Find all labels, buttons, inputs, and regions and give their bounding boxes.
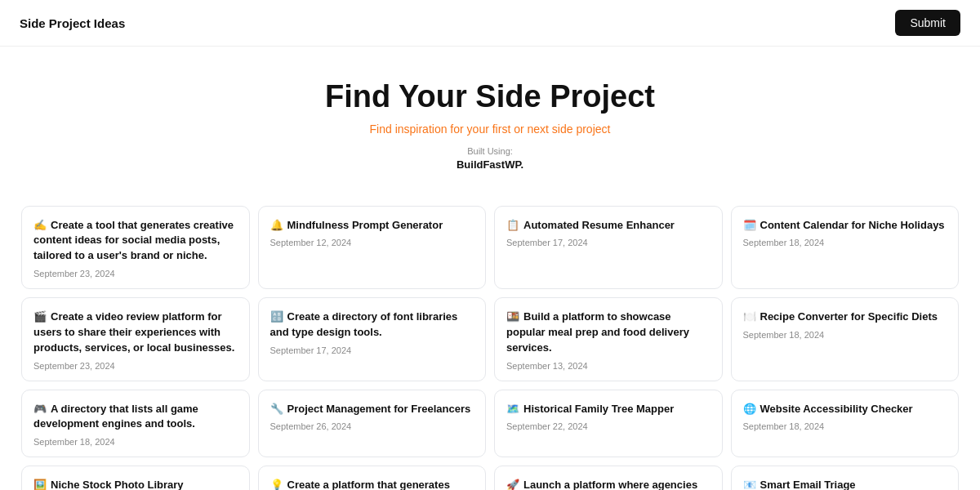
card-emoji: 🌐 xyxy=(743,403,756,415)
card-item[interactable]: 💡Create a platform that generates unique… xyxy=(258,466,487,490)
subtitle-highlight: for xyxy=(450,122,463,136)
card-item[interactable]: 🍱Build a platform to showcase popular me… xyxy=(494,297,723,381)
card-item[interactable]: 🗓️Content Calendar for Niche HolidaysSep… xyxy=(731,206,960,290)
card-title: 🍽️Recipe Converter for Specific Diets xyxy=(743,310,947,325)
submit-button[interactable]: Submit xyxy=(895,10,960,36)
card-title: 📧Smart Email Triage xyxy=(743,478,947,490)
card-item[interactable]: ✍️Create a tool that generates creative … xyxy=(21,206,250,290)
card-item[interactable]: 🎬Create a video review platform for user… xyxy=(21,297,250,381)
card-title: 🔧Project Management for Freelancers xyxy=(270,402,474,417)
card-date: September 22, 2024 xyxy=(506,421,710,431)
card-item[interactable]: 🎮A directory that lists all game develop… xyxy=(21,390,250,458)
card-emoji: 🍱 xyxy=(506,310,519,323)
card-title: 💡Create a platform that generates unique… xyxy=(270,478,474,490)
card-emoji: 🗺️ xyxy=(506,403,519,415)
card-emoji: ✍️ xyxy=(33,219,47,231)
card-title: ✍️Create a tool that generates creative … xyxy=(33,218,238,265)
card-item[interactable]: 🔧Project Management for FreelancersSepte… xyxy=(258,390,487,458)
hero-heading: Find Your Side Project xyxy=(16,79,964,114)
card-emoji: 🔧 xyxy=(270,403,283,415)
card-date: September 23, 2024 xyxy=(33,269,238,278)
card-date: September 18, 2024 xyxy=(743,421,947,431)
built-brand: BuildFastWP. xyxy=(457,158,523,171)
card-title: 🔠Create a directory of font libraries an… xyxy=(270,310,474,341)
cards-grid: ✍️Create a tool that generates creative … xyxy=(8,193,972,490)
card-emoji: 🍽️ xyxy=(743,310,756,323)
card-title: 🎮A directory that lists all game develop… xyxy=(33,402,238,433)
subtitle-after: your first or next side project xyxy=(464,122,611,136)
card-date: September 13, 2024 xyxy=(506,361,710,371)
card-date: September 18, 2024 xyxy=(743,330,947,340)
card-item[interactable]: 🍽️Recipe Converter for Specific DietsSep… xyxy=(731,297,960,381)
card-item[interactable]: 📋Automated Resume EnhancerSeptember 17, … xyxy=(494,206,723,290)
card-date: September 26, 2024 xyxy=(270,421,474,431)
card-title: 🖼️Niche Stock Photo Library xyxy=(33,478,238,490)
card-emoji: 🎬 xyxy=(33,310,47,323)
built-using: Built Using: BuildFastWP. xyxy=(16,145,964,173)
card-date: September 12, 2024 xyxy=(270,238,474,247)
card-item[interactable]: 🔠Create a directory of font libraries an… xyxy=(258,297,487,381)
card-date: September 17, 2024 xyxy=(270,345,474,355)
card-date: September 18, 2024 xyxy=(33,437,238,447)
card-item[interactable]: 🚀Launch a platform where agencies can li… xyxy=(494,466,723,490)
card-item[interactable]: 🔔Mindfulness Prompt GeneratorSeptember 1… xyxy=(258,206,487,290)
card-title: 🗺️Historical Family Tree Mapper xyxy=(506,402,710,417)
card-title: 🌐Website Accessibility Checker xyxy=(743,402,947,417)
card-emoji: 🔔 xyxy=(270,219,283,231)
built-label: Built Using: xyxy=(467,146,513,156)
card-item[interactable]: 🖼️Niche Stock Photo LibrarySeptember 18,… xyxy=(21,466,250,490)
card-title: 🔔Mindfulness Prompt Generator xyxy=(270,218,474,234)
card-title: 🎬Create a video review platform for user… xyxy=(33,310,238,356)
card-emoji: 📋 xyxy=(506,219,519,231)
card-emoji: 🚀 xyxy=(506,479,519,490)
site-title: Side Project Ideas xyxy=(20,16,125,30)
card-title: 🗓️Content Calendar for Niche Holidays xyxy=(743,218,947,234)
card-emoji: 🗓️ xyxy=(743,219,756,231)
hero-section: Find Your Side Project Find inspiration … xyxy=(0,47,980,193)
card-emoji: 🖼️ xyxy=(33,479,47,490)
header: Side Project Ideas Submit xyxy=(0,0,980,47)
card-emoji: 📧 xyxy=(743,479,756,490)
card-item[interactable]: 🌐Website Accessibility CheckerSeptember … xyxy=(731,390,960,458)
card-date: September 18, 2024 xyxy=(743,238,947,247)
card-emoji: 💡 xyxy=(270,479,283,490)
card-item[interactable]: 📧Smart Email TriageSeptember 21, 2024 xyxy=(731,466,960,490)
card-item[interactable]: 🗺️Historical Family Tree MapperSeptember… xyxy=(494,390,723,458)
subtitle-before: Find inspiration xyxy=(370,122,451,136)
card-title: 📋Automated Resume Enhancer xyxy=(506,218,710,234)
card-date: September 17, 2024 xyxy=(506,238,710,247)
card-date: September 23, 2024 xyxy=(33,361,238,371)
hero-subtitle: Find inspiration for your first or next … xyxy=(16,122,964,136)
card-title: 🍱Build a platform to showcase popular me… xyxy=(506,310,710,356)
card-title: 🚀Launch a platform where agencies can li… xyxy=(506,478,710,490)
card-emoji: 🎮 xyxy=(33,403,47,415)
card-emoji: 🔠 xyxy=(270,310,283,323)
